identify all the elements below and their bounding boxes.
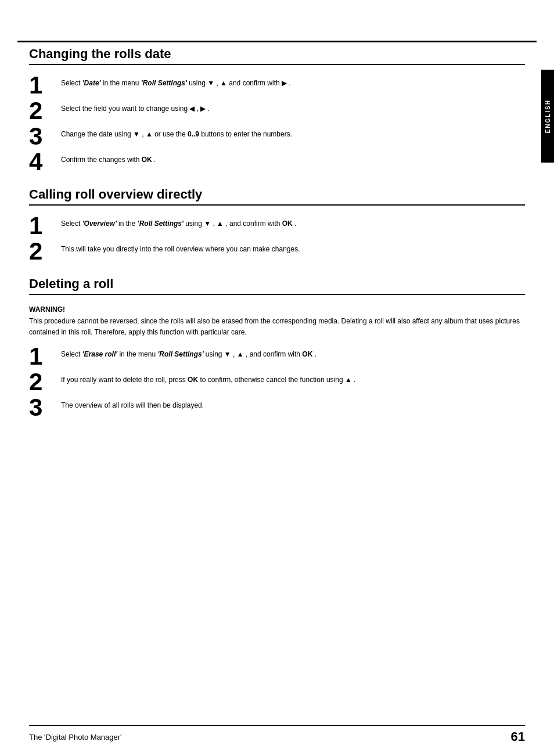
step-number: 2 <box>29 370 61 394</box>
step-text: This will take you directly into the rol… <box>61 242 525 254</box>
step-number: 2 <box>29 239 61 264</box>
step-text: Select 'Erase roll' in the menu 'Roll Se… <box>61 347 525 359</box>
section-deleting-roll: Deleting a roll WARNING! This procedure … <box>29 276 525 420</box>
step-text: Change the date using ▼ , ▲ or use the 0… <box>61 127 525 139</box>
step-number: 2 <box>29 99 61 123</box>
page-number: 61 <box>511 729 525 744</box>
section-calling-roll-overview: Calling roll overview directly 1 Select … <box>29 187 525 264</box>
step-row: 1 Select 'Date' in the menu 'Roll Settin… <box>29 75 525 98</box>
step-row: 1 Select 'Overview' in the 'Roll Setting… <box>29 216 525 238</box>
top-rule <box>17 41 537 42</box>
step-number: 1 <box>29 73 61 98</box>
warning-block: WARNING! This procedure cannot be revers… <box>29 305 525 337</box>
footer-title: The 'Digital Photo Manager' <box>29 733 122 741</box>
page: ENGLISH Changing the rolls date 1 Select… <box>0 0 554 756</box>
warning-text: This procedure cannot be reversed, since… <box>29 316 525 337</box>
step-number: 4 <box>29 150 61 174</box>
step-number: 3 <box>29 124 61 149</box>
side-tab-label: ENGLISH <box>545 99 551 133</box>
section2-rule <box>29 204 525 206</box>
step-text: Confirm the changes with OK . <box>61 152 525 165</box>
section-changing-rolls-date: Changing the rolls date 1 Select 'Date' … <box>29 46 525 174</box>
step-row: 1 Select 'Erase roll' in the menu 'Roll … <box>29 347 525 369</box>
section1-heading: Changing the rolls date <box>29 46 525 62</box>
step-row: 3 Change the date using ▼ , ▲ or use the… <box>29 127 525 149</box>
main-content: Changing the rolls date 1 Select 'Date' … <box>29 46 525 721</box>
step-text: If you really want to delete the roll, p… <box>61 372 525 385</box>
step-text: Select 'Overview' in the 'Roll Settings'… <box>61 216 525 229</box>
step-number: 1 <box>29 344 61 369</box>
step-row: 4 Confirm the changes with OK . <box>29 152 525 174</box>
step-number: 1 <box>29 214 61 238</box>
step-row: 3 The overview of all rolls will then be… <box>29 398 525 420</box>
side-tab: ENGLISH <box>541 70 554 163</box>
section3-rule <box>29 294 525 295</box>
step-number: 3 <box>29 395 61 420</box>
step-text: Select the field you want to change usin… <box>61 101 525 114</box>
section1-rule <box>29 64 525 65</box>
footer: The 'Digital Photo Manager' 61 <box>29 725 525 744</box>
section2-steps: 1 Select 'Overview' in the 'Roll Setting… <box>29 216 525 264</box>
step-row: 2 Select the field you want to change us… <box>29 101 525 123</box>
section2-heading: Calling roll overview directly <box>29 187 525 202</box>
warning-title: WARNING! <box>29 305 525 314</box>
step-text: Select 'Date' in the menu 'Roll Settings… <box>61 75 525 88</box>
step-text: The overview of all rolls will then be d… <box>61 398 525 411</box>
section1-steps: 1 Select 'Date' in the menu 'Roll Settin… <box>29 75 525 174</box>
step-row: 2 This will take you directly into the r… <box>29 242 525 264</box>
section3-heading: Deleting a roll <box>29 276 525 291</box>
step-row: 2 If you really want to delete the roll,… <box>29 372 525 394</box>
section3-steps: 1 Select 'Erase roll' in the menu 'Roll … <box>29 347 525 420</box>
